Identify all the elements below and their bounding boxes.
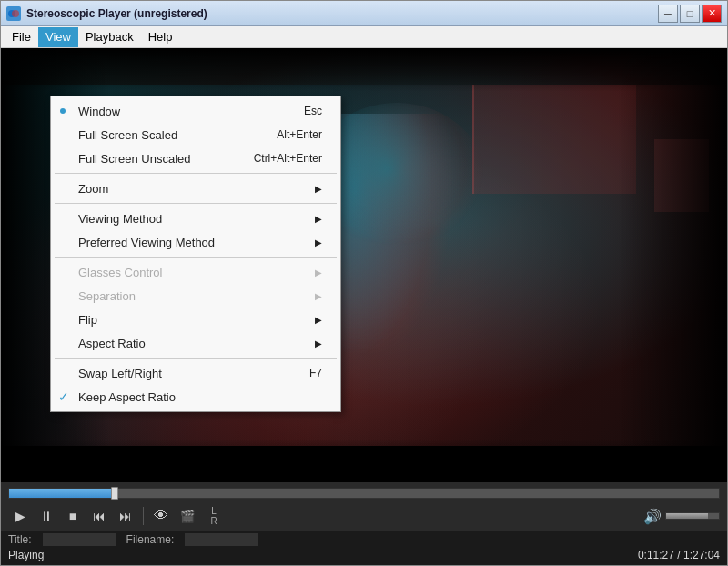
eye-button[interactable]: 👁: [149, 504, 173, 528]
minimize-button[interactable]: ─: [658, 5, 678, 23]
menu-item-preferred-viewing-method[interactable]: Preferred Viewing Method ▶: [51, 230, 340, 254]
progress-bar[interactable]: [8, 488, 720, 499]
pause-button[interactable]: ⏸: [35, 504, 58, 528]
menu-item-zoom[interactable]: Zoom ▶: [51, 177, 340, 200]
volume-fill: [666, 513, 708, 519]
menu-item-flip[interactable]: Flip ▶: [51, 308, 340, 331]
title-label: Title:: [8, 533, 32, 546]
play-button[interactable]: ▶: [8, 504, 32, 528]
progress-handle[interactable]: [111, 487, 118, 500]
title-bar: Stereoscopic Player (unregistered) ─ □ ✕: [1, 1, 727, 26]
menu-item-fullscreen-scaled[interactable]: Full Screen Scaled Alt+Enter: [51, 123, 340, 147]
close-button[interactable]: ✕: [702, 5, 722, 23]
flip-submenu-arrow: ▶: [315, 315, 322, 325]
status-time: 0:11:27 / 1:27:04: [638, 549, 720, 561]
window-bullet-icon: [60, 108, 66, 114]
filename-label: Filename:: [126, 533, 175, 546]
menu-item-fullscreen-unscaled[interactable]: Full Screen Unscaled Ctrl+Alt+Enter: [51, 147, 340, 170]
menu-item-window[interactable]: Window Esc: [51, 99, 340, 123]
separator-2: [55, 203, 337, 204]
volume-area: 🔊: [643, 508, 720, 525]
separation-submenu-arrow: ▶: [315, 291, 322, 301]
separator-4: [55, 358, 337, 359]
maximize-button[interactable]: □: [680, 5, 700, 23]
menu-help[interactable]: Help: [141, 27, 180, 47]
status-bottom: Playing 0:11:27 / 1:27:04: [8, 547, 720, 563]
view-dropdown-menu: Window Esc Full Screen Scaled Alt+Enter …: [50, 96, 341, 412]
aspect-ratio-submenu-arrow: ▶: [315, 339, 322, 349]
lr-button[interactable]: LR: [202, 504, 226, 528]
stereo-button[interactable]: 🎬: [176, 504, 199, 528]
filename-value: [185, 533, 258, 546]
stop-button[interactable]: ■: [61, 504, 85, 528]
progress-fill: [9, 489, 116, 498]
main-window: Stereoscopic Player (unregistered) ─ □ ✕…: [0, 0, 728, 566]
menu-item-viewing-method[interactable]: Viewing Method ▶: [51, 207, 340, 230]
viewing-method-submenu-arrow: ▶: [315, 214, 322, 224]
menu-bar: File View Playback Help: [1, 26, 727, 48]
menu-item-glasses-control: Glasses Control ▶: [51, 260, 340, 284]
controls-separator-1: [143, 507, 144, 525]
status-playing: Playing: [8, 549, 44, 561]
menu-playback[interactable]: Playback: [78, 27, 141, 47]
app-icon: [6, 6, 21, 21]
preferred-viewing-submenu-arrow: ▶: [315, 238, 322, 248]
zoom-submenu-arrow: ▶: [315, 184, 322, 194]
status-bar: Title: Filename: Playing 0:11:27 / 1:27:…: [1, 531, 727, 565]
volume-icon: 🔊: [643, 508, 662, 525]
glasses-control-submenu-arrow: ▶: [315, 268, 322, 278]
volume-slider[interactable]: [665, 512, 720, 520]
separator-1: [55, 173, 337, 174]
keep-aspect-ratio-check-icon: ✓: [58, 389, 69, 404]
controls-row: ▶ ⏸ ■ ⏮ ⏭ 👁 🎬 LR 🔊: [8, 504, 720, 528]
window-controls: ─ □ ✕: [658, 5, 722, 23]
menu-view[interactable]: View: [38, 27, 78, 47]
menu-file[interactable]: File: [5, 27, 38, 47]
menu-item-swap-left-right[interactable]: Swap Left/Right F7: [51, 361, 340, 385]
separator-3: [55, 257, 337, 258]
svg-point-1: [12, 10, 19, 17]
prev-button[interactable]: ⏮: [87, 504, 111, 528]
status-info: Title: Filename:: [8, 533, 720, 546]
next-button[interactable]: ⏭: [114, 504, 137, 528]
title-value: [43, 533, 116, 546]
menu-item-separation: Separation ▶: [51, 284, 340, 308]
video-area: Window Esc Full Screen Scaled Alt+Enter …: [1, 48, 727, 482]
controls-area: ▶ ⏸ ■ ⏮ ⏭ 👁 🎬 LR 🔊: [1, 482, 727, 531]
menu-item-aspect-ratio[interactable]: Aspect Ratio ▶: [51, 331, 340, 355]
menu-item-keep-aspect-ratio[interactable]: ✓ Keep Aspect Ratio: [51, 385, 340, 409]
window-title: Stereoscopic Player (unregistered): [26, 7, 658, 20]
